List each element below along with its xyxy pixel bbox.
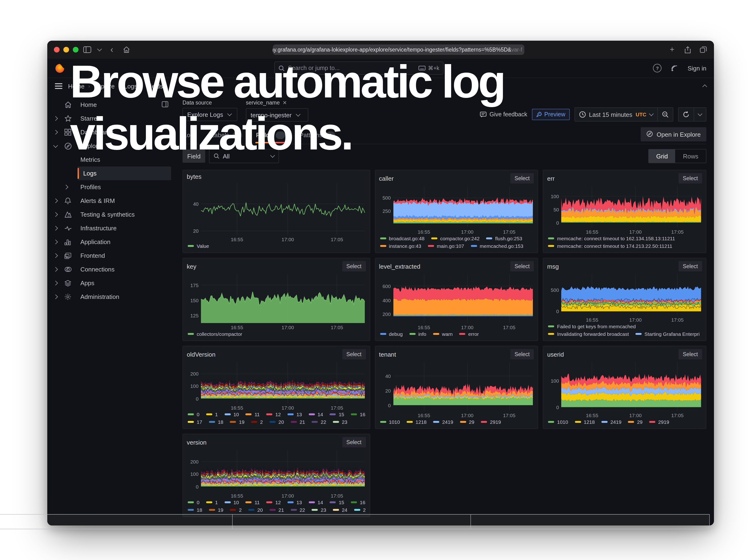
legend-item[interactable]: 1010: [380, 419, 400, 425]
sidebar-item-starred[interactable]: Starred: [54, 112, 171, 125]
legend-item[interactable]: 1218: [406, 419, 427, 425]
legend-item[interactable]: debug: [380, 331, 403, 337]
news-rss-icon[interactable]: [671, 65, 678, 72]
close-window-button[interactable]: [54, 47, 60, 52]
legend-item[interactable]: 13: [287, 499, 302, 505]
time-range-button[interactable]: Last 15 minutes UTC: [575, 108, 657, 121]
address-bar[interactable]: play.grafana.org/a/grafana-lokiexplore-a…: [273, 44, 524, 55]
breadcrumb-item-home[interactable]: Home: [68, 83, 85, 90]
maximize-window-button[interactable]: [73, 47, 78, 52]
preview-badge[interactable]: Preview: [532, 109, 569, 120]
legend-item[interactable]: 20: [270, 419, 284, 425]
legend-item[interactable]: 22: [290, 507, 305, 513]
legend-item[interactable]: 1010: [548, 419, 568, 425]
sidebar-item-frontend[interactable]: Frontend: [54, 249, 171, 262]
panel-chart[interactable]: 50025016:5517:0017:05: [393, 186, 533, 228]
select-button[interactable]: Select: [510, 261, 534, 272]
legend-item[interactable]: 19: [230, 419, 244, 425]
panel-chart[interactable]: 200100016:5517:0017:05: [201, 450, 365, 491]
remove-filter-icon[interactable]: ✕: [282, 100, 287, 106]
panel-chart[interactable]: 17515012516:5517:0017:05: [201, 274, 365, 323]
legend-item[interactable]: 2419: [602, 419, 622, 425]
panel-chart[interactable]: 4020016:5517:0017:05: [393, 362, 533, 411]
legend-item[interactable]: 2: [354, 507, 366, 513]
tab-logs[interactable]: Logs: [183, 128, 197, 143]
legend-item[interactable]: memcached.go:153: [471, 243, 523, 249]
legend-item[interactable]: memcache: connect timeout to 162.134.158…: [548, 236, 675, 241]
field-filter-select[interactable]: All: [209, 149, 279, 163]
tab-fields[interactable]: Fields: [255, 128, 286, 143]
select-button[interactable]: Select: [342, 437, 366, 447]
sidebar-item-logs[interactable]: Logs: [54, 166, 171, 180]
breadcrumb-item-explore[interactable]: Explore: [94, 83, 115, 90]
panel-chart[interactable]: 60040020016:5517:0017:05: [393, 274, 533, 323]
sidebar-item-testing-synthetics[interactable]: k6Testing & synthetics: [54, 208, 171, 221]
panel-chart[interactable]: 100016:5517:0017:05: [561, 362, 701, 411]
sidebar-item-alerts-irm[interactable]: Alerts & IRM: [54, 194, 171, 208]
legend-item[interactable]: 21: [290, 419, 305, 425]
tab-patterns[interactable]: Patterns8: [298, 128, 336, 143]
chevron-right-icon[interactable]: [53, 226, 58, 231]
panel-chart[interactable]: 402016:5517:0017:05: [201, 183, 365, 235]
grafana-logo[interactable]: [55, 63, 65, 73]
legend-item[interactable]: 10: [224, 412, 239, 417]
select-button[interactable]: Select: [678, 261, 702, 272]
select-button[interactable]: Select: [342, 261, 366, 272]
refresh-button[interactable]: [678, 108, 694, 121]
legend-item[interactable]: 17: [188, 419, 202, 425]
menu-toggle-icon[interactable]: [55, 83, 63, 89]
legend-item[interactable]: broadcast.go:48: [380, 236, 425, 241]
open-in-explore-button[interactable]: Open in Explore: [641, 127, 706, 141]
legend-item[interactable]: 23: [312, 507, 326, 513]
legend-item[interactable]: memcache: connect timeout to 174.213.22.…: [548, 243, 672, 249]
sidebar-item-infrastructure[interactable]: Infrastructure: [54, 221, 171, 235]
breadcrumb-item-logs[interactable]: Logs: [124, 83, 137, 90]
sidebar-chevron-icon[interactable]: [97, 47, 102, 51]
select-button[interactable]: Select: [678, 349, 702, 359]
share-icon[interactable]: [684, 46, 692, 54]
legend-item[interactable]: 12: [266, 412, 281, 417]
sidebar-item-apps[interactable]: Apps: [54, 276, 171, 290]
home-icon[interactable]: [122, 46, 131, 54]
legend-item[interactable]: info: [409, 331, 426, 337]
help-icon[interactable]: ?: [653, 64, 662, 72]
legend-item[interactable]: 22: [312, 419, 326, 425]
new-tab-icon[interactable]: +: [668, 46, 676, 54]
panel-chart[interactable]: 200100016:5517:0017:05: [201, 362, 365, 403]
chevron-right-icon[interactable]: [53, 253, 58, 258]
chevron-right-icon[interactable]: [53, 130, 58, 135]
sidebar-toggle-icon[interactable]: [83, 46, 91, 54]
legend-item[interactable]: 11: [246, 499, 260, 505]
legend-item[interactable]: 0: [188, 412, 200, 417]
legend-item[interactable]: 16: [351, 499, 365, 505]
legend-item[interactable]: 18: [188, 507, 202, 513]
legend-item[interactable]: 16: [351, 412, 365, 417]
view-toggle-grid[interactable]: Grid: [649, 149, 675, 163]
legend-item[interactable]: flush.go:253: [486, 236, 522, 241]
legend-item[interactable]: error: [459, 331, 479, 337]
legend-item[interactable]: 2419: [433, 419, 453, 425]
legend-item[interactable]: 19: [209, 507, 223, 513]
legend-item[interactable]: 2919: [481, 419, 501, 425]
legend-item[interactable]: 0: [188, 499, 200, 505]
search-input[interactable]: Search or jump to... ⌘+k: [274, 62, 444, 75]
select-button[interactable]: Select: [510, 349, 534, 359]
legend-item[interactable]: main.go:107: [428, 243, 464, 249]
chevron-right-icon[interactable]: [53, 199, 58, 203]
legend-item[interactable]: warn: [433, 331, 453, 337]
legend-item[interactable]: 14: [308, 499, 323, 505]
sidebar-item-dashboards[interactable]: Dashboards: [54, 125, 171, 139]
chevron-right-icon[interactable]: [53, 239, 58, 244]
legend-item[interactable]: 1: [206, 412, 218, 417]
sidebar-item-metrics[interactable]: Metrics: [54, 153, 171, 166]
chevron-right-icon[interactable]: [53, 212, 58, 217]
sidebar-item-application[interactable]: Application: [54, 235, 171, 249]
sign-in-link[interactable]: Sign in: [688, 65, 707, 72]
legend-item[interactable]: 13: [287, 412, 302, 417]
tab-labels[interactable]: Labels: [210, 128, 243, 143]
chevron-right-icon[interactable]: [53, 267, 58, 272]
legend-item[interactable]: Value: [188, 243, 209, 249]
legend-item[interactable]: 2919: [649, 419, 669, 425]
dock-panel-icon[interactable]: [162, 101, 168, 109]
sidebar-item-home[interactable]: Home: [54, 98, 171, 112]
